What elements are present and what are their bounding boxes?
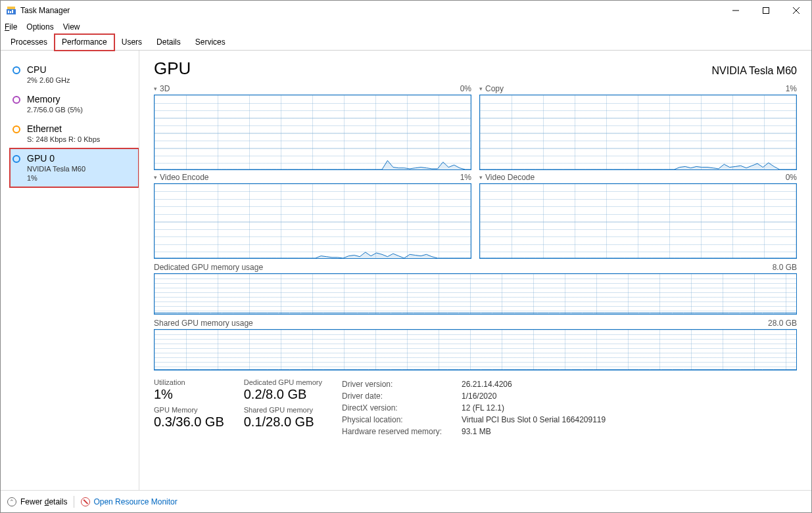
link-label: Open Resource Monitor <box>93 497 177 506</box>
svg-rect-6 <box>763 8 769 14</box>
tab-processes[interactable]: Processes <box>3 34 55 51</box>
stat-value: 0.3/36.0 GB <box>154 414 224 430</box>
stats: Utilization 1% GPU Memory 0.3/36.0 GB De… <box>154 378 797 437</box>
chevron-down-icon[interactable]: ▾ <box>154 174 157 181</box>
stat-value: 1% <box>154 387 224 402</box>
close-button[interactable] <box>781 1 811 20</box>
info-key: Driver date: <box>342 390 455 402</box>
svg-rect-4 <box>12 10 13 13</box>
panel-label[interactable]: Copy <box>485 84 504 93</box>
panel-pct: 0% <box>786 173 797 182</box>
sidebar: CPU 2% 2.60 GHz Memory 2.7/56.0 GB (5%) … <box>1 51 139 490</box>
menubar: File Options View <box>1 20 811 33</box>
info-value: 1/16/2020 <box>462 390 496 402</box>
fewer-details-button[interactable]: ⌃ Fewer details <box>7 497 67 506</box>
titlebar[interactable]: Task Manager <box>1 1 811 20</box>
menu-file[interactable]: File <box>5 22 17 32</box>
info-value: Virtual PCI Bus Slot 0 Serial 1664209119 <box>462 414 606 426</box>
stat-label: Dedicated GPU memory <box>244 378 322 386</box>
menu-view[interactable]: View <box>63 22 80 32</box>
info-value: 26.21.14.4206 <box>462 378 512 390</box>
chart-dedicated-mem <box>154 273 797 315</box>
content: GPU NVIDIA Tesla M60 ▾3D 0% ▾Copy 1% <box>139 51 811 490</box>
info-key: Physical location: <box>342 414 455 426</box>
info-key: Hardware reserved memory: <box>342 426 455 437</box>
open-resource-monitor-link[interactable]: Open Resource Monitor <box>81 497 177 506</box>
stat-label: Utilization <box>154 378 224 386</box>
sidebar-item-sub: NVIDIA Tesla M60 <box>27 164 85 173</box>
resource-monitor-icon <box>81 497 90 506</box>
gpu-icon <box>12 155 20 163</box>
sidebar-item-label: GPU 0 <box>27 153 85 164</box>
driver-info: Driver version:26.21.14.4206 Driver date… <box>342 378 606 437</box>
cpu-icon <box>12 66 20 74</box>
mem-chart-label: Dedicated GPU memory usage <box>154 263 263 272</box>
stat-value: 0.1/28.0 GB <box>244 414 322 430</box>
sidebar-item-cpu[interactable]: CPU 2% 2.60 GHz <box>10 60 139 89</box>
mem-chart-max: 8.0 GB <box>773 263 797 272</box>
tab-services[interactable]: Services <box>188 34 233 51</box>
sidebar-item-label: Ethernet <box>27 123 100 135</box>
panel-label[interactable]: 3D <box>160 84 170 93</box>
tabs: Processes Performance Users Details Serv… <box>1 33 811 51</box>
chart-video-decode <box>479 183 797 259</box>
svg-rect-2 <box>8 11 9 13</box>
window-controls <box>721 1 811 20</box>
window-title: Task Manager <box>20 6 70 15</box>
stat-label: GPU Memory <box>154 406 224 414</box>
menu-options[interactable]: Options <box>26 22 53 32</box>
app-icon <box>6 5 16 16</box>
sidebar-item-label: Memory <box>27 94 83 105</box>
tab-users[interactable]: Users <box>114 34 149 51</box>
mem-chart-label: Shared GPU memory usage <box>154 319 253 328</box>
collapse-icon: ⌃ <box>7 497 16 506</box>
sidebar-item-sub: 1% <box>27 173 85 183</box>
panel-label[interactable]: Video Decode <box>485 173 535 182</box>
ethernet-icon <box>12 125 20 133</box>
memory-icon <box>12 96 20 104</box>
chart-shared-mem <box>154 329 797 370</box>
chevron-down-icon[interactable]: ▾ <box>479 174 483 181</box>
chevron-down-icon[interactable]: ▾ <box>479 85 483 92</box>
panel-label[interactable]: Video Encode <box>160 173 209 182</box>
panel-pct: 0% <box>460 84 471 93</box>
sidebar-item-label: CPU <box>27 64 70 76</box>
minimize-button[interactable] <box>721 1 751 20</box>
info-key: DirectX version: <box>342 402 455 414</box>
chart-video-encode <box>154 183 471 259</box>
stat-label: Shared GPU memory <box>244 406 322 414</box>
info-value: 93.1 MB <box>462 426 491 437</box>
chart-3d <box>154 95 471 170</box>
sidebar-item-memory[interactable]: Memory 2.7/56.0 GB (5%) <box>10 89 139 119</box>
sidebar-item-sub: S: 248 Kbps R: 0 Kbps <box>27 135 100 144</box>
sidebar-item-ethernet[interactable]: Ethernet S: 248 Kbps R: 0 Kbps <box>10 119 139 148</box>
device-name: NVIDIA Tesla M60 <box>711 65 797 77</box>
sidebar-item-gpu0[interactable]: GPU 0 NVIDIA Tesla M60 1% <box>10 148 139 187</box>
tab-performance[interactable]: Performance <box>55 34 114 51</box>
maximize-button[interactable] <box>751 1 781 20</box>
svg-rect-1 <box>7 7 15 9</box>
chart-copy <box>479 95 797 170</box>
task-manager-window: Task Manager File Options View Processes… <box>0 0 812 513</box>
stat-value: 0.2/8.0 GB <box>244 387 322 402</box>
page-title: GPU <box>154 58 191 79</box>
footer: ⌃ Fewer details Open Resource Monitor <box>1 490 811 512</box>
separator <box>74 496 74 508</box>
sidebar-item-sub: 2% 2.60 GHz <box>27 76 70 85</box>
sidebar-item-sub: 2.7/56.0 GB (5%) <box>27 105 83 114</box>
info-value: 12 (FL 12.1) <box>462 402 504 414</box>
panel-pct: 1% <box>786 84 797 93</box>
tab-details[interactable]: Details <box>149 34 188 51</box>
svg-rect-3 <box>10 11 11 13</box>
panel-pct: 1% <box>460 173 471 182</box>
chevron-down-icon[interactable]: ▾ <box>154 85 157 92</box>
info-key: Driver version: <box>342 378 455 390</box>
mem-chart-max: 28.0 GB <box>768 319 797 328</box>
